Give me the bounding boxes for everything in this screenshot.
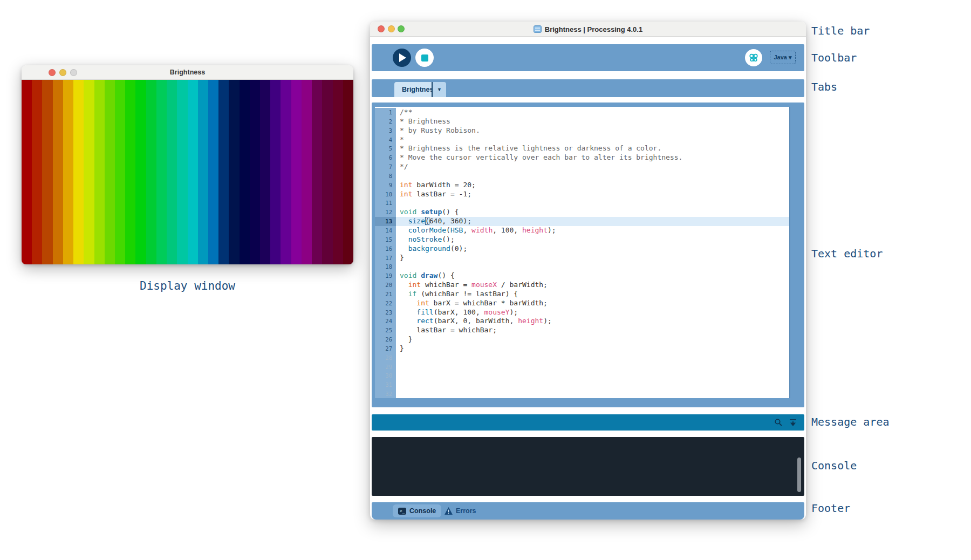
code-token (400, 226, 408, 234)
sketch-color-bars[interactable] (22, 80, 353, 264)
color-bar[interactable] (84, 80, 94, 264)
mode-dropdown-java[interactable]: Java ▾ (770, 51, 796, 64)
code-line-2[interactable]: 2* Brightness (375, 117, 789, 126)
code-line-8[interactable]: 8 (375, 172, 789, 181)
search-icon[interactable] (774, 418, 783, 427)
color-bar[interactable] (156, 80, 167, 264)
code-line-25[interactable]: 25 lastBar = whichBar; (375, 326, 789, 335)
close-button[interactable] (49, 69, 56, 76)
code-line-24[interactable]: 24 rect(barX, 0, barWidth, height); (375, 317, 789, 326)
color-bar[interactable] (115, 80, 125, 264)
close-button[interactable] (378, 25, 385, 32)
color-bar[interactable] (343, 80, 353, 264)
code-line-13[interactable]: 13 size(640, 360); (375, 217, 789, 226)
code-line-9[interactable]: 9int barWidth = 20; (375, 181, 789, 190)
code-line-26[interactable]: 26 } (375, 335, 789, 344)
code-text (396, 353, 789, 363)
code-line-4[interactable]: 4* (375, 135, 789, 145)
footer-tab-errors[interactable]: Errors (441, 504, 480, 517)
maximize-button[interactable] (70, 69, 77, 76)
run-button[interactable] (393, 49, 411, 67)
console-scrollbar[interactable] (797, 457, 801, 492)
code-line-23[interactable]: 23 fill(barX, 100, mouseY); (375, 308, 789, 317)
color-bar[interactable] (291, 80, 302, 264)
color-bar[interactable] (312, 80, 322, 264)
color-bar[interactable] (322, 80, 332, 264)
color-bar[interactable] (42, 80, 52, 264)
color-bar[interactable] (63, 80, 73, 264)
color-bar[interactable] (32, 80, 42, 264)
code-line-7[interactable]: 7*/ (375, 162, 789, 172)
color-bar[interactable] (302, 80, 312, 264)
color-bar[interactable] (73, 80, 84, 264)
code-line-18[interactable]: 18 (375, 262, 789, 271)
color-bar[interactable] (260, 80, 270, 264)
display-window-titlebar[interactable]: Brightness (22, 65, 353, 80)
code-line-19[interactable]: 19void draw() { (375, 271, 789, 281)
code-line-27[interactable]: 27} (375, 344, 789, 353)
code-line-22[interactable]: 22 int barX = whichBar * barWidth; (375, 299, 789, 308)
minimize-button[interactable] (388, 25, 395, 32)
footer-tab-console[interactable]: >_ Console (393, 504, 441, 517)
code-line-12[interactable]: 12void setup() { (375, 208, 789, 217)
color-bar[interactable] (177, 80, 187, 264)
code-text: fill(barX, 100, mouseY); (396, 308, 789, 317)
color-bar[interactable] (270, 80, 281, 264)
color-bar[interactable] (198, 80, 208, 264)
color-bar[interactable] (229, 80, 239, 264)
minimize-button[interactable] (59, 69, 66, 76)
color-bar[interactable] (125, 80, 135, 264)
clear-console-icon[interactable] (789, 418, 797, 427)
color-bar[interactable] (240, 80, 250, 264)
code-line-6[interactable]: 6* Move the cursor vertically over each … (375, 153, 789, 162)
code-line-11[interactable]: 11 (375, 199, 789, 208)
toolbar: Java ▾ (372, 44, 804, 71)
console-output[interactable] (372, 437, 804, 496)
debug-button[interactable] (745, 49, 762, 66)
code-line-30[interactable]: 30 (375, 371, 789, 380)
code-token: setup (421, 208, 442, 216)
color-bar[interactable] (208, 80, 218, 264)
editor-scrollbar[interactable] (789, 107, 790, 398)
code-line-17[interactable]: 17} (375, 254, 789, 263)
color-bar[interactable] (250, 80, 260, 264)
color-bar[interactable] (22, 80, 32, 264)
color-bar[interactable] (167, 80, 177, 264)
code-text: int barX = whichBar * barWidth; (396, 299, 789, 308)
play-icon (399, 53, 406, 62)
code-line-3[interactable]: 3* by Rusty Robison. (375, 126, 789, 135)
code-line-16[interactable]: 16 background(0); (375, 244, 789, 254)
color-bar[interactable] (281, 80, 291, 264)
color-bar[interactable] (333, 80, 343, 264)
color-bar[interactable] (188, 80, 198, 264)
tab-menu-button[interactable]: ▼ (433, 82, 446, 97)
code-canvas[interactable]: 1/**2* Brightness3* by Rusty Robison.4*5… (375, 107, 789, 398)
color-bar[interactable] (135, 80, 146, 264)
code-line-1[interactable]: 1/** (375, 108, 789, 117)
code-line-32[interactable]: 32 (375, 390, 789, 398)
code-line-20[interactable]: 20 int whichBar = mouseX / barWidth; (375, 281, 789, 290)
code-line-28[interactable]: 28 (375, 353, 789, 363)
color-bar[interactable] (53, 80, 63, 264)
code-line-14[interactable]: 14 colorMode(HSB, width, 100, height); (375, 226, 789, 235)
code-line-5[interactable]: 5* Brightness is the relative lightness … (375, 144, 789, 153)
color-bar[interactable] (146, 80, 156, 264)
ide-titlebar[interactable]: Brightness | Processing 4.0.1 (370, 22, 806, 37)
code-text: * Move the cursor vertically over each b… (396, 153, 789, 162)
stop-button[interactable] (415, 49, 434, 67)
maximize-button[interactable] (398, 25, 405, 32)
code-line-29[interactable]: 29 (375, 363, 789, 372)
line-number: 16 (375, 244, 396, 254)
annotation-title-bar: Title bar (811, 24, 870, 37)
code-line-31[interactable]: 31 (375, 380, 789, 390)
code-token: } (400, 254, 404, 262)
code-token: (); (442, 235, 454, 243)
color-bar[interactable] (105, 80, 115, 264)
color-bar[interactable] (218, 80, 229, 264)
annotation-tabs: Tabs (811, 80, 837, 93)
code-line-15[interactable]: 15 noStroke(); (375, 235, 789, 244)
color-bar[interactable] (94, 80, 105, 264)
code-line-21[interactable]: 21 if (whichBar != lastBar) { (375, 290, 789, 299)
code-token (400, 308, 416, 316)
code-line-10[interactable]: 10int lastBar = -1; (375, 190, 789, 199)
